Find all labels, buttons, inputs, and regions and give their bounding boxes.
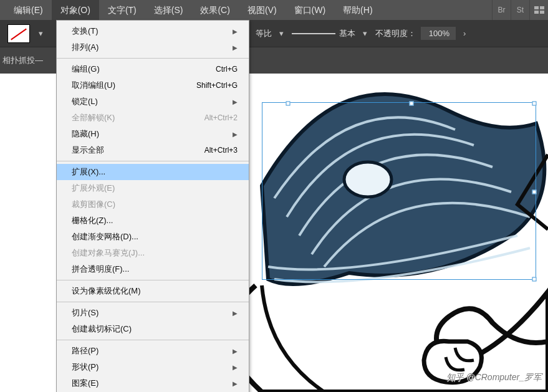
menu-item-label: 创建裁切标记(C) xyxy=(72,323,238,335)
stroke-preview xyxy=(292,33,335,34)
menu-item-label: 栅格化(Z)... xyxy=(72,215,238,226)
menu-item-label: 创建对象马赛克(J)... xyxy=(72,247,238,259)
selection-handle[interactable] xyxy=(286,102,291,106)
menu-text[interactable]: 文字(T) xyxy=(99,0,145,20)
menu-item-label: 变换(T) xyxy=(72,26,229,37)
document-tab[interactable]: 相扑抓投— xyxy=(2,55,43,66)
menu-shortcut: Ctrl+G xyxy=(216,65,238,74)
menu-item-label: 设为像素级优化(M) xyxy=(72,285,238,297)
menu-item[interactable]: 拼合透明度(F)... xyxy=(57,261,249,277)
submenu-arrow-icon: ▶ xyxy=(229,131,238,138)
menu-item[interactable]: 栅格化(Z)... xyxy=(57,213,249,229)
opacity-next-icon[interactable]: › xyxy=(461,29,468,38)
scale-mode[interactable]: 等比 ▾ xyxy=(256,28,287,39)
selection-handle[interactable] xyxy=(532,277,537,282)
menu-item[interactable]: 切片(S)▶ xyxy=(57,305,249,321)
menu-item-label: 显示全部 xyxy=(72,145,204,156)
menu-item: 扩展外观(E) xyxy=(57,180,249,196)
menu-item[interactable]: 取消编组(U)Shift+Ctrl+G xyxy=(57,77,249,93)
selection-handle[interactable] xyxy=(410,102,414,106)
menu-object[interactable]: 对象(O) xyxy=(52,0,99,20)
menu-item[interactable]: 创建渐变网格(D)... xyxy=(57,229,249,245)
chevron-down-icon: ▾ xyxy=(359,29,370,38)
stroke-label: 基本 xyxy=(339,28,355,39)
submenu-arrow-icon: ▶ xyxy=(229,28,238,35)
menu-item-label: 图案(E) xyxy=(72,378,229,389)
menu-item[interactable]: 隐藏(H)▶ xyxy=(57,126,249,142)
menu-select[interactable]: 选择(S) xyxy=(145,0,192,20)
submenu-arrow-icon: ▶ xyxy=(229,310,238,317)
menu-help[interactable]: 帮助(H) xyxy=(334,0,381,20)
menu-item-label: 隐藏(H) xyxy=(72,128,229,140)
svg-rect-0 xyxy=(534,6,539,9)
menu-effect[interactable]: 效果(C) xyxy=(191,0,238,20)
menu-item[interactable]: 显示全部Alt+Ctrl+3 xyxy=(57,142,249,158)
menu-item[interactable]: 图案(E)▶ xyxy=(57,375,249,391)
menu-item-label: 切片(S) xyxy=(72,307,229,318)
selection-handle[interactable] xyxy=(532,190,537,194)
menu-window[interactable]: 窗口(W) xyxy=(286,0,335,20)
main-menu-bar: 编辑(E) 对象(O) 文字(T) 选择(S) 效果(C) 视图(V) 窗口(W… xyxy=(0,0,548,20)
menu-item-label: 锁定(L) xyxy=(72,96,229,107)
menu-item-label: 裁剪图像(C) xyxy=(72,199,238,210)
menu-item[interactable]: 创建裁切标记(C) xyxy=(57,321,249,337)
fill-dropdown-icon[interactable]: ▾ xyxy=(35,29,46,38)
menu-item[interactable]: 变换(T)▶ xyxy=(57,23,249,39)
opacity-input[interactable]: 100% xyxy=(421,27,456,40)
menu-item[interactable]: 设为像素级优化(M) xyxy=(57,283,249,299)
menu-item: 裁剪图像(C) xyxy=(57,196,249,213)
menu-edit[interactable]: 编辑(E) xyxy=(5,0,52,20)
menu-item-label: 形状(P) xyxy=(72,361,229,373)
chevron-down-icon: ▾ xyxy=(276,29,287,38)
menu-item-label: 扩展外观(E) xyxy=(72,183,238,194)
menu-item-label: 扩展(X)... xyxy=(72,166,238,178)
submenu-arrow-icon: ▶ xyxy=(229,44,238,51)
workspace-icon[interactable] xyxy=(529,0,548,20)
stroke-style[interactable]: 基本 ▾ xyxy=(292,28,370,39)
menu-item-label: 取消编组(U) xyxy=(72,80,196,91)
menu-item-label: 编组(G) xyxy=(72,64,216,75)
menu-item-label: 拼合透明度(F)... xyxy=(72,264,238,275)
svg-rect-1 xyxy=(540,6,544,9)
selection-handle[interactable] xyxy=(532,102,537,106)
svg-rect-2 xyxy=(534,11,539,14)
menu-item: 创建对象马赛克(J)... xyxy=(57,245,249,261)
submenu-arrow-icon: ▶ xyxy=(229,364,238,371)
menu-item: 全部解锁(K)Alt+Ctrl+2 xyxy=(57,110,249,126)
menu-item[interactable]: 排列(A)▶ xyxy=(57,39,249,55)
svg-rect-3 xyxy=(540,11,544,14)
menu-view[interactable]: 视图(V) xyxy=(239,0,286,20)
menu-shortcut: Alt+Ctrl+3 xyxy=(204,146,238,155)
menu-item-label: 路径(P) xyxy=(72,345,229,356)
watermark: 知乎 @CRomputer_罗军 xyxy=(446,372,542,383)
stock-icon[interactable]: St xyxy=(511,0,529,20)
menu-item-label: 排列(A) xyxy=(72,42,229,53)
submenu-arrow-icon: ▶ xyxy=(229,98,238,105)
grid-icon xyxy=(534,6,544,14)
object-menu-dropdown: 变换(T)▶排列(A)▶编组(G)Ctrl+G取消编组(U)Shift+Ctrl… xyxy=(56,20,249,392)
submenu-arrow-icon: ▶ xyxy=(229,380,238,387)
bridge-icon[interactable]: Br xyxy=(492,0,511,20)
menu-item[interactable]: 路径(P)▶ xyxy=(57,343,249,359)
scale-label: 等比 xyxy=(256,28,272,39)
menu-item[interactable]: 锁定(L)▶ xyxy=(57,93,249,110)
menu-item-label: 创建渐变网格(D)... xyxy=(72,231,238,242)
menu-item[interactable]: 编组(G)Ctrl+G xyxy=(57,61,249,77)
menu-item-label: 全部解锁(K) xyxy=(72,112,204,123)
menu-item[interactable]: 形状(P)▶ xyxy=(57,359,249,375)
menu-shortcut: Alt+Ctrl+2 xyxy=(204,113,238,122)
submenu-arrow-icon: ▶ xyxy=(229,348,238,355)
menu-shortcut: Shift+Ctrl+G xyxy=(196,81,238,90)
opacity-label: 不透明度： xyxy=(375,28,416,39)
fill-swatch[interactable] xyxy=(7,24,30,43)
selection-box xyxy=(262,102,536,280)
menu-item[interactable]: 扩展(X)... xyxy=(57,164,249,180)
